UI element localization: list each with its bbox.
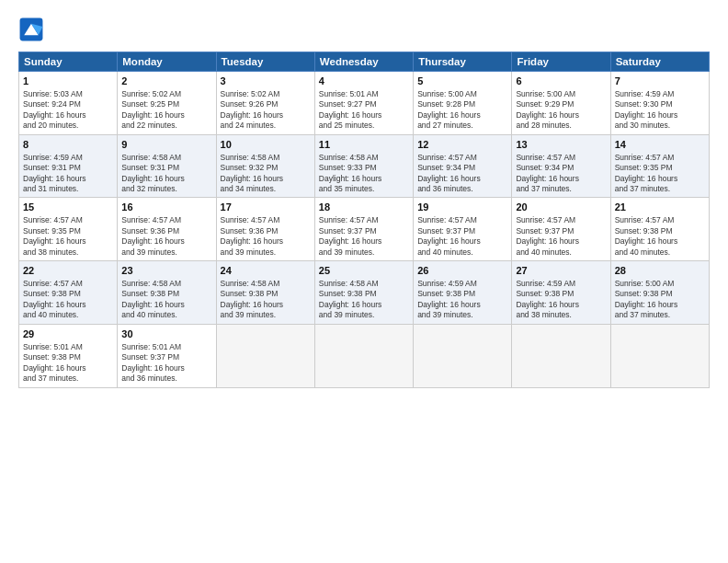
day-number: 20 (516, 201, 606, 214)
day-number: 5 (417, 75, 507, 88)
calendar: SundayMondayTuesdayWednesdayThursdayFrid… (18, 52, 710, 388)
day-number: 7 (615, 75, 705, 88)
day-info: Sunrise: 4:59 AMSunset: 9:30 PMDaylight:… (615, 89, 705, 132)
day-number: 27 (516, 264, 606, 278)
day-number: 17 (221, 201, 311, 214)
logo-icon (18, 17, 44, 42)
day-cell-4: 4Sunrise: 5:01 AMSunset: 9:27 PMDaylight… (314, 72, 413, 135)
day-cell-29: 29Sunrise: 5:01 AMSunset: 9:38 PMDayligh… (19, 324, 118, 387)
calendar-week-0: 1Sunrise: 5:03 AMSunset: 9:24 PMDaylight… (19, 72, 710, 135)
day-number: 18 (319, 201, 409, 214)
day-info: Sunrise: 4:58 AMSunset: 9:38 PMDaylight:… (221, 279, 311, 321)
day-info: Sunrise: 4:57 AMSunset: 9:36 PMDaylight:… (221, 215, 311, 258)
day-cell-30: 30Sunrise: 5:01 AMSunset: 9:37 PMDayligh… (118, 324, 216, 387)
day-cell-12: 12Sunrise: 4:57 AMSunset: 9:34 PMDayligh… (414, 134, 512, 198)
day-info: Sunrise: 5:03 AMSunset: 9:24 PMDaylight:… (23, 89, 113, 132)
day-info: Sunrise: 5:01 AMSunset: 9:38 PMDaylight:… (23, 342, 113, 385)
day-info: Sunrise: 4:57 AMSunset: 9:38 PMDaylight:… (615, 215, 705, 258)
day-info: Sunrise: 4:58 AMSunset: 9:31 PMDaylight:… (121, 153, 211, 195)
day-info: Sunrise: 4:57 AMSunset: 9:36 PMDaylight:… (121, 215, 211, 258)
day-info: Sunrise: 4:57 AMSunset: 9:35 PMDaylight:… (615, 153, 705, 195)
day-number: 25 (319, 264, 409, 278)
day-info: Sunrise: 5:02 AMSunset: 9:25 PMDaylight:… (121, 89, 211, 132)
day-number: 4 (319, 75, 409, 88)
day-info: Sunrise: 4:57 AMSunset: 9:37 PMDaylight:… (417, 215, 507, 258)
day-number: 9 (121, 138, 211, 152)
day-cell-26: 26Sunrise: 4:59 AMSunset: 9:38 PMDayligh… (414, 261, 512, 325)
header (18, 17, 710, 42)
day-cell-10: 10Sunrise: 4:58 AMSunset: 9:32 PMDayligh… (216, 134, 314, 198)
day-number: 1 (23, 75, 113, 88)
day-number: 21 (615, 201, 705, 214)
day-info: Sunrise: 5:01 AMSunset: 9:37 PMDaylight:… (121, 342, 211, 385)
column-header-thursday: Thursday (414, 52, 512, 72)
day-info: Sunrise: 4:57 AMSunset: 9:34 PMDaylight:… (417, 153, 507, 195)
day-info: Sunrise: 4:58 AMSunset: 9:33 PMDaylight:… (319, 153, 409, 195)
day-cell-8: 8Sunrise: 4:59 AMSunset: 9:31 PMDaylight… (19, 134, 118, 198)
day-number: 14 (615, 138, 705, 152)
day-info: Sunrise: 4:59 AMSunset: 9:38 PMDaylight:… (516, 279, 606, 321)
day-number: 29 (23, 327, 113, 341)
empty-cell (414, 324, 512, 387)
day-cell-13: 13Sunrise: 4:57 AMSunset: 9:34 PMDayligh… (512, 134, 610, 198)
page: SundayMondayTuesdayWednesdayThursdayFrid… (0, 0, 728, 563)
day-number: 23 (121, 264, 211, 278)
day-info: Sunrise: 4:57 AMSunset: 9:35 PMDaylight:… (23, 215, 113, 258)
day-number: 19 (417, 201, 507, 214)
day-cell-24: 24Sunrise: 4:58 AMSunset: 9:38 PMDayligh… (216, 261, 314, 325)
day-cell-27: 27Sunrise: 4:59 AMSunset: 9:38 PMDayligh… (512, 261, 610, 325)
day-number: 3 (221, 75, 311, 88)
calendar-week-2: 15Sunrise: 4:57 AMSunset: 9:35 PMDayligh… (19, 198, 710, 261)
header-row: SundayMondayTuesdayWednesdayThursdayFrid… (19, 52, 710, 72)
day-cell-5: 5Sunrise: 5:00 AMSunset: 9:28 PMDaylight… (414, 72, 512, 135)
day-number: 15 (23, 201, 113, 214)
day-cell-14: 14Sunrise: 4:57 AMSunset: 9:35 PMDayligh… (610, 134, 709, 198)
column-header-monday: Monday (118, 52, 216, 72)
day-info: Sunrise: 4:57 AMSunset: 9:37 PMDaylight:… (319, 215, 409, 258)
empty-cell (512, 324, 610, 387)
calendar-week-1: 8Sunrise: 4:59 AMSunset: 9:31 PMDaylight… (19, 134, 710, 198)
day-number: 2 (121, 75, 211, 88)
day-info: Sunrise: 4:59 AMSunset: 9:31 PMDaylight:… (23, 153, 113, 195)
logo (18, 17, 48, 42)
day-number: 8 (23, 138, 113, 152)
day-number: 11 (319, 138, 409, 152)
day-info: Sunrise: 5:02 AMSunset: 9:26 PMDaylight:… (221, 89, 311, 132)
day-info: Sunrise: 4:59 AMSunset: 9:38 PMDaylight:… (417, 279, 507, 321)
day-cell-23: 23Sunrise: 4:58 AMSunset: 9:38 PMDayligh… (118, 261, 216, 325)
day-number: 10 (221, 138, 311, 152)
day-cell-22: 22Sunrise: 4:57 AMSunset: 9:38 PMDayligh… (19, 261, 118, 325)
day-cell-7: 7Sunrise: 4:59 AMSunset: 9:30 PMDaylight… (610, 72, 709, 135)
day-cell-2: 2Sunrise: 5:02 AMSunset: 9:25 PMDaylight… (118, 72, 216, 135)
day-info: Sunrise: 5:00 AMSunset: 9:29 PMDaylight:… (516, 89, 606, 132)
calendar-week-4: 29Sunrise: 5:01 AMSunset: 9:38 PMDayligh… (19, 324, 710, 387)
day-cell-16: 16Sunrise: 4:57 AMSunset: 9:36 PMDayligh… (118, 198, 216, 261)
day-info: Sunrise: 4:58 AMSunset: 9:38 PMDaylight:… (319, 279, 409, 321)
day-cell-21: 21Sunrise: 4:57 AMSunset: 9:38 PMDayligh… (610, 198, 709, 261)
column-header-tuesday: Tuesday (216, 52, 314, 72)
calendar-week-3: 22Sunrise: 4:57 AMSunset: 9:38 PMDayligh… (19, 261, 710, 325)
day-cell-25: 25Sunrise: 4:58 AMSunset: 9:38 PMDayligh… (314, 261, 413, 325)
empty-cell (216, 324, 314, 387)
day-info: Sunrise: 4:57 AMSunset: 9:34 PMDaylight:… (516, 153, 606, 195)
column-header-sunday: Sunday (19, 52, 118, 72)
day-cell-15: 15Sunrise: 4:57 AMSunset: 9:35 PMDayligh… (19, 198, 118, 261)
day-cell-1: 1Sunrise: 5:03 AMSunset: 9:24 PMDaylight… (19, 72, 118, 135)
day-info: Sunrise: 5:01 AMSunset: 9:27 PMDaylight:… (319, 89, 409, 132)
column-header-wednesday: Wednesday (314, 52, 413, 72)
empty-cell (610, 324, 709, 387)
day-number: 28 (615, 264, 705, 278)
day-number: 13 (516, 138, 606, 152)
day-cell-3: 3Sunrise: 5:02 AMSunset: 9:26 PMDaylight… (216, 72, 314, 135)
day-info: Sunrise: 4:57 AMSunset: 9:38 PMDaylight:… (23, 279, 113, 321)
empty-cell (314, 324, 413, 387)
column-header-friday: Friday (512, 52, 610, 72)
day-number: 16 (121, 201, 211, 214)
day-number: 12 (417, 138, 507, 152)
day-cell-28: 28Sunrise: 5:00 AMSunset: 9:38 PMDayligh… (610, 261, 709, 325)
day-info: Sunrise: 5:00 AMSunset: 9:38 PMDaylight:… (615, 279, 705, 321)
day-cell-17: 17Sunrise: 4:57 AMSunset: 9:36 PMDayligh… (216, 198, 314, 261)
column-header-saturday: Saturday (610, 52, 709, 72)
day-cell-6: 6Sunrise: 5:00 AMSunset: 9:29 PMDaylight… (512, 72, 610, 135)
day-cell-19: 19Sunrise: 4:57 AMSunset: 9:37 PMDayligh… (414, 198, 512, 261)
